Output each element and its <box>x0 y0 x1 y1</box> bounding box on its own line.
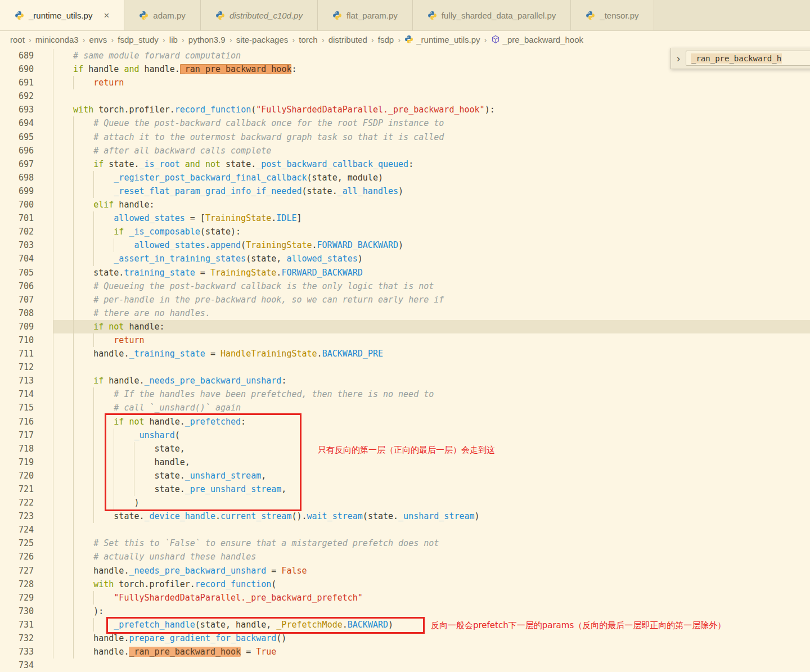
line-number[interactable]: 696 <box>0 144 53 157</box>
code-line-content[interactable]: elif handle: <box>53 198 810 211</box>
breadcrumb-item-root[interactable]: root <box>10 35 25 44</box>
code-line-content[interactable]: _register_post_backward_final_callback(s… <box>53 171 810 184</box>
line-number[interactable]: 731 <box>0 618 53 632</box>
code-line-content[interactable]: # there are no handles. <box>53 306 810 320</box>
line-number[interactable]: 709 <box>0 320 53 333</box>
code-line-content[interactable]: handle._needs_pre_backward_unshard = Fal… <box>53 564 810 578</box>
code-line-content[interactable]: _reset_flat_param_grad_info_if_needed(st… <box>53 184 810 198</box>
code-line-content[interactable]: # Set this to `False` to ensure that a m… <box>53 536 810 550</box>
line-number[interactable]: 703 <box>0 238 53 252</box>
code-line-content[interactable]: # call `_unshard()` again <box>53 401 810 414</box>
breadcrumb-item-fsdp[interactable]: fsdp <box>378 35 394 44</box>
find-input[interactable]: _ran_pre_backward_h Aa <box>686 51 810 66</box>
code-line-content[interactable]: return <box>53 76 810 89</box>
line-number[interactable]: 711 <box>0 347 53 360</box>
tab-_tensor.py[interactable]: _tensor.py <box>571 0 654 30</box>
breadcrumb-item-_pre_backward_hook[interactable]: _pre_backward_hook <box>491 35 583 44</box>
line-number[interactable]: 712 <box>0 360 53 374</box>
code-line-content[interactable] <box>53 89 810 103</box>
line-number[interactable]: 690 <box>0 62 53 76</box>
line-number[interactable]: 725 <box>0 536 53 550</box>
breadcrumb-item-miniconda3[interactable]: miniconda3 <box>35 35 79 44</box>
code-line-content[interactable]: handle._ran_pre_backward_hook = True <box>53 645 810 659</box>
line-number[interactable]: 689 <box>0 49 53 62</box>
line-number[interactable]: 729 <box>0 591 53 605</box>
line-number[interactable]: 704 <box>0 252 53 265</box>
line-number[interactable]: 706 <box>0 279 53 293</box>
breadcrumb-item-_runtime_utils.py[interactable]: _runtime_utils.py <box>404 35 480 44</box>
line-number[interactable]: 695 <box>0 130 53 144</box>
code-line-content[interactable] <box>53 360 810 374</box>
code-line-content[interactable]: with torch.profiler.record_function("Ful… <box>53 103 810 116</box>
code-line-content[interactable]: # actually unshard these handles <box>53 550 810 563</box>
breadcrumb-item-site-packages[interactable]: site-packages <box>236 35 289 44</box>
breadcrumb-item-envs[interactable]: envs <box>89 35 107 44</box>
line-number[interactable]: 727 <box>0 564 53 578</box>
code-line-content[interactable]: # If the handles have been prefetched, t… <box>53 387 810 401</box>
tab-flat_param.py[interactable]: flat_param.py <box>318 0 413 30</box>
code-editor[interactable]: 689# same module forward computation690i… <box>0 48 810 672</box>
breadcrumb-item-fsdp_study[interactable]: fsdp_study <box>118 35 159 44</box>
code-line-content[interactable]: # attach it to the outermost backward gr… <box>53 130 810 144</box>
code-line-content[interactable]: if not handle._prefetched: <box>53 415 810 429</box>
line-number[interactable]: 719 <box>0 455 53 469</box>
code-line-content[interactable]: # per-handle in the pre-backward hook, s… <box>53 293 810 306</box>
tab-close-icon[interactable]: × <box>104 11 109 20</box>
code-line-content[interactable]: with torch.profiler.record_function( <box>53 578 810 591</box>
code-line-content[interactable]: return <box>53 333 810 347</box>
line-number[interactable]: 700 <box>0 198 53 211</box>
line-number[interactable]: 730 <box>0 605 53 618</box>
code-line-content[interactable]: # after all backward calls complete <box>53 144 810 157</box>
find-input-value[interactable]: _ran_pre_backward_h <box>691 53 782 64</box>
code-line-content[interactable]: allowed_states.append(TrainingState.FORW… <box>53 238 810 252</box>
line-number[interactable]: 721 <box>0 482 53 496</box>
code-line-content[interactable]: handle.prepare_gradient_for_backward() <box>53 632 810 645</box>
code-line-content[interactable] <box>53 659 810 672</box>
line-number[interactable]: 702 <box>0 225 53 238</box>
line-number[interactable]: 710 <box>0 333 53 347</box>
code-line-content[interactable]: "FullyShardedDataParallel._pre_backward_… <box>53 591 810 605</box>
line-number[interactable]: 733 <box>0 645 53 659</box>
code-line-content[interactable] <box>53 523 810 536</box>
code-line-content[interactable]: # Queue the post-backward callback once … <box>53 116 810 130</box>
breadcrumb-item-torch[interactable]: torch <box>299 35 317 44</box>
line-number[interactable]: 697 <box>0 157 53 171</box>
code-line-content[interactable]: ): <box>53 605 810 618</box>
line-number[interactable]: 694 <box>0 116 53 130</box>
code-line-content[interactable]: ) <box>53 496 810 509</box>
code-line-content[interactable]: state.training_state = TrainingState.FOR… <box>53 266 810 279</box>
line-number[interactable]: 732 <box>0 632 53 645</box>
code-line-content[interactable]: if not handle: <box>53 320 810 333</box>
code-line-content[interactable]: _unshard( <box>53 429 810 442</box>
line-number[interactable]: 728 <box>0 578 53 591</box>
tab-fully_sharded_data_parallel.py[interactable]: fully_sharded_data_parallel.py <box>413 0 571 30</box>
line-number[interactable]: 720 <box>0 469 53 482</box>
tab-_runtime_utils.py[interactable]: _runtime_utils.py× <box>0 0 124 30</box>
line-number[interactable]: 718 <box>0 442 53 455</box>
line-number[interactable]: 691 <box>0 76 53 89</box>
tab-adam.py[interactable]: adam.py <box>124 0 201 30</box>
line-number[interactable]: 701 <box>0 211 53 225</box>
line-number[interactable]: 734 <box>0 659 53 672</box>
line-number[interactable]: 717 <box>0 429 53 442</box>
line-number[interactable]: 708 <box>0 306 53 320</box>
find-expand-chevron-icon[interactable]: › <box>674 52 682 65</box>
code-line-content[interactable]: state._pre_unshard_stream, <box>53 482 810 496</box>
line-number[interactable]: 715 <box>0 401 53 414</box>
line-number[interactable]: 726 <box>0 550 53 563</box>
line-number[interactable]: 723 <box>0 509 53 523</box>
breadcrumb-item-distributed[interactable]: distributed <box>328 35 367 44</box>
line-number[interactable]: 707 <box>0 293 53 306</box>
code-line-content[interactable]: if state._is_root and not state._post_ba… <box>53 157 810 171</box>
breadcrumb-item-python3.9[interactable]: python3.9 <box>188 35 226 44</box>
code-line-content[interactable]: _assert_in_training_states(state, allowe… <box>53 252 810 265</box>
breadcrumb-item-lib[interactable]: lib <box>169 35 178 44</box>
line-number[interactable]: 705 <box>0 266 53 279</box>
code-line-content[interactable]: handle._training_state = HandleTrainingS… <box>53 347 810 360</box>
line-number[interactable]: 714 <box>0 387 53 401</box>
line-number[interactable]: 692 <box>0 89 53 103</box>
code-line-content[interactable]: state._unshard_stream, <box>53 469 810 482</box>
code-line-content[interactable]: state._device_handle.current_stream().wa… <box>53 509 810 523</box>
tab-distributed_c10d.py[interactable]: distributed_c10d.py <box>201 0 318 30</box>
line-number[interactable]: 722 <box>0 496 53 509</box>
